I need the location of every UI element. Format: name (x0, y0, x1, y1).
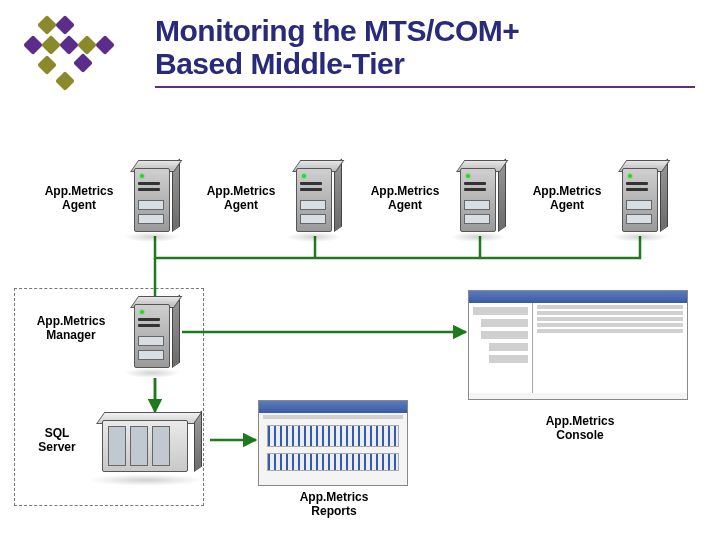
console-label: App.MetricsConsole (530, 414, 630, 443)
agent-server-1 (130, 160, 174, 238)
manager-label: App.MetricsManager (26, 314, 116, 343)
title-line-1: Monitoring the MTS/COM+ (155, 14, 519, 47)
agent-1-label: App.MetricsAgent (34, 184, 124, 213)
slide-title: Monitoring the MTS/COM+ Based Middle-Tie… (155, 14, 700, 80)
sql-server (96, 412, 196, 482)
slide-title-block: Monitoring the MTS/COM+ Based Middle-Tie… (155, 14, 700, 88)
title-line-2: Based Middle-Tier (155, 47, 404, 80)
reports-label: App.MetricsReports (286, 490, 382, 519)
sql-label: SQLServer (22, 426, 92, 455)
agent-4-label: App.MetricsAgent (522, 184, 612, 213)
agent-server-3 (456, 160, 500, 238)
reports-window (258, 400, 408, 486)
console-window (468, 290, 688, 400)
manager-server (130, 296, 174, 374)
title-underline (155, 86, 695, 88)
agent-server-4 (618, 160, 662, 238)
agent-server-2 (292, 160, 336, 238)
agent-3-label: App.MetricsAgent (360, 184, 450, 213)
agent-2-label: App.MetricsAgent (196, 184, 286, 213)
corner-logo (20, 18, 140, 90)
